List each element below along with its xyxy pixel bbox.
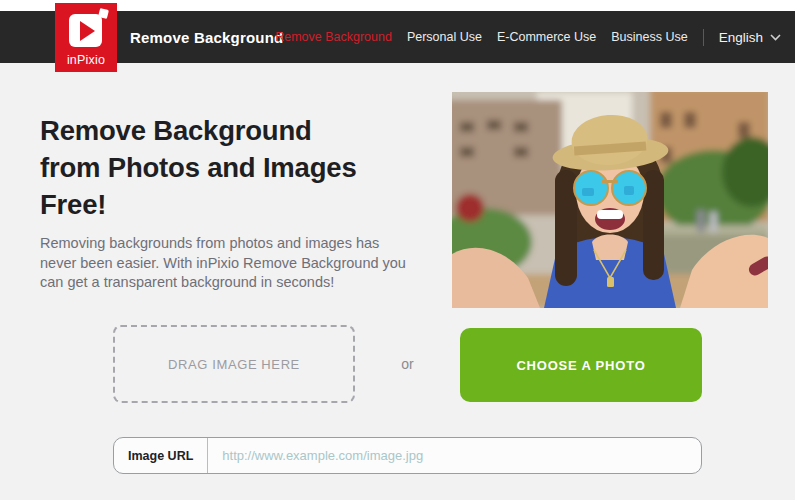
hero-description-line: Removing backgrounds from photos and ima…: [40, 234, 420, 254]
drag-image-dropzone[interactable]: DRAG IMAGE HERE: [113, 325, 355, 403]
play-icon: [69, 14, 102, 47]
image-url-label: Image URL: [114, 438, 208, 473]
image-url-input[interactable]: [208, 438, 701, 473]
nav-link-ecommerce-use[interactable]: E-Commerce Use: [497, 30, 596, 44]
page-title: Remove Background from Photos and Images…: [40, 112, 420, 223]
navbar: Remove Background Remove Background Pers…: [0, 11, 795, 63]
chevron-down-icon: [770, 34, 781, 41]
top-white-strip: [0, 0, 795, 11]
or-label: or: [355, 325, 460, 403]
language-label: English: [719, 30, 763, 45]
logo-text: inPixio: [55, 53, 117, 67]
navbar-app-title: Remove Background: [130, 11, 283, 63]
nav-link-personal-use[interactable]: Personal Use: [407, 30, 482, 44]
page-title-line: Free!: [40, 186, 420, 223]
hero-description-line: can get a transparent background in seco…: [40, 273, 420, 293]
choose-photo-label: CHOOSE A PHOTO: [516, 358, 645, 373]
page-title-line: Remove Background: [40, 112, 420, 149]
language-selector[interactable]: English: [719, 30, 781, 45]
inpixio-logo[interactable]: inPixio: [55, 3, 117, 72]
hero-sample-photo: [452, 92, 768, 308]
page-title-line: from Photos and Images: [40, 149, 420, 186]
image-url-bar: Image URL: [113, 437, 702, 474]
nav-link-remove-background[interactable]: Remove Background: [275, 30, 392, 44]
hero-description-line: never been easier. With inPixio Remove B…: [40, 254, 420, 274]
logo-pixel-icon: [98, 8, 109, 19]
nav-links: Remove Background Personal Use E-Commerc…: [275, 11, 781, 63]
dropzone-label: DRAG IMAGE HERE: [168, 357, 300, 372]
nav-link-business-use[interactable]: Business Use: [611, 30, 687, 44]
hero-description: Removing backgrounds from photos and ima…: [40, 234, 420, 293]
choose-photo-button[interactable]: CHOOSE A PHOTO: [460, 328, 702, 402]
nav-divider: [703, 29, 704, 46]
